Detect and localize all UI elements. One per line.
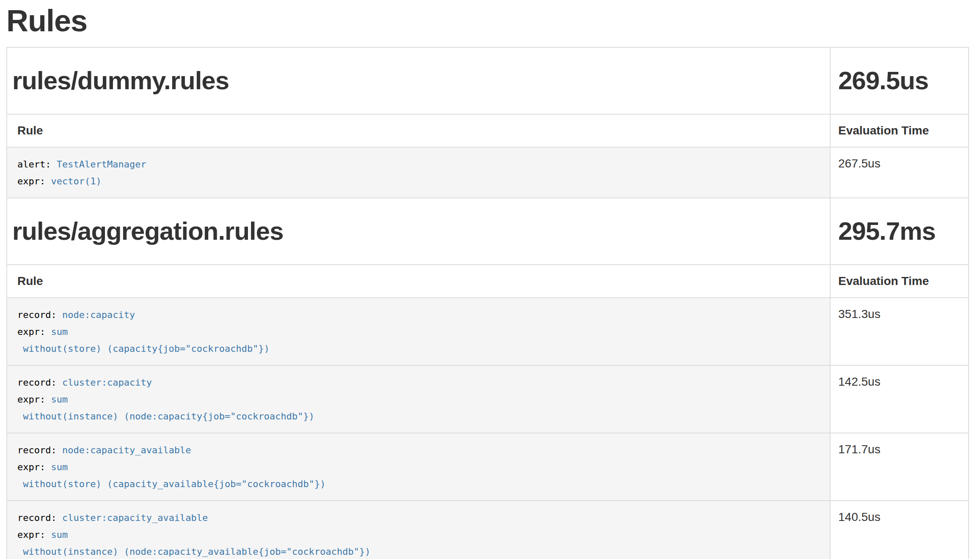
rule-evaluation-time: 171.7us	[830, 433, 969, 501]
rule-link[interactable]: node:capacity_available	[62, 445, 191, 455]
rule-link[interactable]: TestAlertManager	[57, 159, 146, 170]
rule-definition: record: cluster:capacity_available expr:…	[17, 509, 820, 559]
rule-column-header: Rule	[7, 114, 830, 147]
rule-group-total-evaluation-time: 295.7ms	[838, 217, 961, 245]
rule-group-header-row: rules/aggregation.rules 295.7ms	[7, 198, 969, 265]
rule-evaluation-time: 142.5us	[830, 365, 969, 433]
rule-definition: record: node:capacity_available expr: su…	[17, 441, 820, 493]
rules-page: Rules rules/dummy.rules 269.5us Rule Eva…	[0, 0, 980, 559]
rule-link[interactable]: sum without(instance) (node:capacity{job…	[17, 394, 314, 422]
rule-column-header: Rule	[7, 265, 830, 298]
rule-link[interactable]: cluster:capacity	[62, 377, 152, 388]
rule-group-header-row: rules/dummy.rules 269.5us	[7, 47, 969, 114]
rule-row: record: cluster:capacity_available expr:…	[7, 501, 969, 559]
rule-link[interactable]: cluster:capacity_available	[62, 512, 208, 523]
rule-link[interactable]: sum without(store) (capacity_available{j…	[17, 462, 325, 489]
rule-definition: record: cluster:capacity expr: sum witho…	[17, 373, 820, 425]
rule-evaluation-time: 140.5us	[830, 501, 969, 559]
rule-group-file: rules/aggregation.rules	[12, 217, 825, 245]
rule-row: record: node:capacity_available expr: su…	[7, 433, 969, 501]
column-header-row: Rule Evaluation Time	[7, 114, 969, 147]
rule-group-total-evaluation-time: 269.5us	[838, 67, 961, 95]
rule-link[interactable]: sum without(instance) (node:capacity_ava…	[17, 529, 370, 557]
rule-link[interactable]: node:capacity	[62, 310, 135, 320]
rule-definition: alert: TestAlertManager expr: vector(1)	[17, 155, 820, 190]
rule-evaluation-time: 351.3us	[830, 298, 969, 365]
rule-evaluation-time: 267.5us	[830, 147, 969, 198]
evaluation-time-column-header: Evaluation Time	[830, 265, 969, 298]
page-title: Rules	[6, 4, 980, 38]
evaluation-time-column-header: Evaluation Time	[830, 114, 969, 147]
column-header-row: Rule Evaluation Time	[7, 265, 969, 298]
rule-definition: record: node:capacity expr: sum without(…	[17, 306, 820, 357]
rule-link[interactable]: vector(1)	[51, 176, 101, 186]
rule-link[interactable]: sum without(store) (capacity{job="cockro…	[17, 326, 270, 354]
rule-row: record: cluster:capacity expr: sum witho…	[7, 365, 969, 433]
rule-row: alert: TestAlertManager expr: vector(1) …	[7, 147, 969, 198]
rules-table: rules/dummy.rules 269.5us Rule Evaluatio…	[6, 47, 969, 559]
rule-group-file: rules/dummy.rules	[12, 67, 825, 95]
rule-row: record: node:capacity expr: sum without(…	[7, 298, 969, 365]
